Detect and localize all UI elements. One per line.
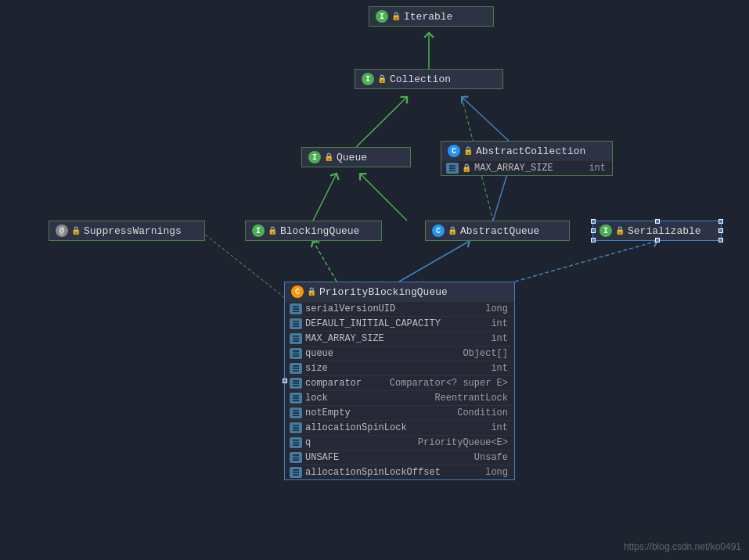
field-max-array-size-pbq: MAX_ARRAY_SIZE int [285, 331, 514, 346]
node-priority-blocking-queue[interactable]: C 🔒 PriorityBlockingQueue serialVersionU… [284, 282, 515, 480]
collection-lock: 🔒 [377, 74, 387, 84]
svg-line-1 [356, 97, 407, 147]
field-size: size int [285, 361, 514, 375]
fi-aslo [290, 467, 302, 478]
iterable-header: I 🔒 Iterable [369, 7, 493, 26]
suppress-warnings-header: @ 🔒 SuppressWarnings [49, 221, 204, 240]
fn-q: q [305, 437, 415, 448]
node-abstract-queue[interactable]: C 🔒 AbstractQueue [425, 221, 570, 241]
fn-unsafe: UNSAFE [305, 452, 471, 463]
serializable-title: Serializable [628, 225, 701, 237]
serializable-icon: I [600, 224, 612, 237]
suppress-warnings-title: SuppressWarnings [84, 225, 182, 237]
suppress-warnings-icon: @ [56, 224, 68, 237]
fn-mas: MAX_ARRAY_SIZE [305, 333, 488, 344]
resize-handle-tm[interactable] [655, 219, 660, 224]
queue-lock: 🔒 [324, 153, 333, 162]
suppress-warnings-lock: 🔒 [71, 226, 81, 235]
collection-header: I 🔒 Collection [355, 70, 502, 88]
svg-line-9 [205, 235, 284, 297]
resize-handle-tr[interactable] [718, 219, 723, 224]
field-default-initial-capacity: DEFAULT_INITIAL_CAPACITY int [285, 316, 514, 331]
fn-dic: DEFAULT_INITIAL_CAPACITY [305, 318, 488, 329]
abstract-collection-fields: 🔒 MAX_ARRAY_SIZE int [441, 160, 612, 175]
field-comparator: comparator Comparator<? super E> [285, 375, 514, 390]
fn-aslo: allocationSpinLockOffset [305, 467, 482, 478]
pbq-lock: 🔒 [307, 287, 316, 296]
queue-icon: I [308, 151, 321, 163]
fn-ne: notEmpty [305, 407, 454, 418]
abstract-queue-header: C 🔒 AbstractQueue [426, 221, 569, 240]
field-allocation-spin-lock: allocationSpinLock int [285, 420, 514, 435]
svg-line-3 [313, 174, 337, 221]
blocking-queue-title: BlockingQueue [280, 225, 359, 237]
ft-comp: Comparator<? super E> [390, 378, 508, 389]
fn-svuid: serialVersionUID [305, 303, 482, 314]
node-iterable[interactable]: I 🔒 Iterable [369, 6, 494, 27]
blocking-queue-lock: 🔒 [268, 226, 277, 235]
svg-line-4 [360, 174, 407, 221]
iterable-icon: I [376, 10, 388, 23]
diagram-canvas: I 🔒 Iterable I 🔒 Collection I 🔒 Queue C … [0, 0, 749, 560]
abstract-collection-lock: 🔒 [463, 146, 473, 156]
abstract-collection-icon: C [448, 145, 460, 157]
ft-unsafe: Unsafe [474, 452, 508, 463]
ft-queue: Object[] [463, 348, 508, 359]
fi-ne [290, 407, 302, 418]
iterable-lock: 🔒 [391, 12, 401, 21]
pbq-resize-handle[interactable] [283, 379, 287, 383]
iterable-title: Iterable [404, 11, 452, 23]
resize-handle-tl[interactable] [591, 219, 596, 224]
fi-asl [290, 422, 302, 433]
fi-dic [290, 318, 302, 329]
ft-lock: ReentrantLock [434, 393, 508, 404]
resize-handle-ml[interactable] [591, 228, 596, 233]
abstract-queue-title: AbstractQueue [460, 225, 539, 237]
ft-aslo: long [485, 467, 508, 478]
resize-handle-br[interactable] [718, 238, 723, 242]
field-type-max-array: int [589, 163, 606, 174]
ft-mas: int [491, 333, 508, 344]
node-abstract-collection[interactable]: C 🔒 AbstractCollection 🔒 MAX_ARRAY_SIZE … [441, 141, 613, 176]
fn-queue: queue [305, 348, 459, 359]
ft-svuid: long [485, 303, 508, 314]
field-name-max-array: MAX_ARRAY_SIZE [474, 163, 585, 174]
ft-dic: int [491, 318, 508, 329]
field-serial-version-uid: serialVersionUID long [285, 301, 514, 316]
fn-comp: comparator [305, 378, 387, 389]
queue-header: I 🔒 Queue [302, 148, 410, 167]
ft-asl: int [491, 422, 508, 433]
field-lock-orange: 🔒 [462, 163, 471, 173]
serializable-lock: 🔒 [615, 226, 625, 235]
fi-mas [290, 333, 302, 344]
node-blocking-queue[interactable]: I 🔒 BlockingQueue [245, 221, 382, 241]
field-q: q PriorityQueue<E> [285, 435, 514, 450]
fi-lock [290, 393, 302, 404]
svg-line-6 [313, 241, 337, 282]
resize-handle-bm[interactable] [655, 238, 660, 242]
node-suppress-warnings[interactable]: @ 🔒 SuppressWarnings [49, 221, 205, 241]
fn-lock: lock [305, 393, 431, 404]
abstract-collection-header: C 🔒 AbstractCollection [441, 142, 612, 160]
fi-comp [290, 378, 302, 389]
collection-icon: I [362, 73, 374, 85]
fi-queue [290, 348, 302, 359]
resize-handle-bl[interactable] [591, 238, 596, 242]
pbq-title: PriorityBlockingQueue [319, 286, 448, 298]
field-not-empty: notEmpty Condition [285, 405, 514, 420]
ft-ne: Condition [457, 407, 508, 418]
svg-line-7 [399, 241, 470, 282]
field-allocation-spin-lock-offset: allocationSpinLockOffset long [285, 465, 514, 479]
ft-q: PriorityQueue<E> [418, 437, 508, 448]
resize-handle-mr[interactable] [718, 228, 723, 233]
fi-svuid [290, 303, 302, 314]
field-icon-max-array [446, 163, 459, 174]
field-max-array-size: 🔒 MAX_ARRAY_SIZE int [441, 160, 612, 175]
svg-line-5 [493, 169, 509, 221]
node-serializable[interactable]: I 🔒 Serializable [592, 221, 722, 241]
blocking-queue-header: I 🔒 BlockingQueue [246, 221, 381, 240]
node-queue[interactable]: I 🔒 Queue [301, 147, 411, 167]
node-collection[interactable]: I 🔒 Collection [355, 69, 503, 89]
field-queue: queue Object[] [285, 346, 514, 361]
pbq-fields: serialVersionUID long DEFAULT_INITIAL_CA… [285, 301, 514, 479]
